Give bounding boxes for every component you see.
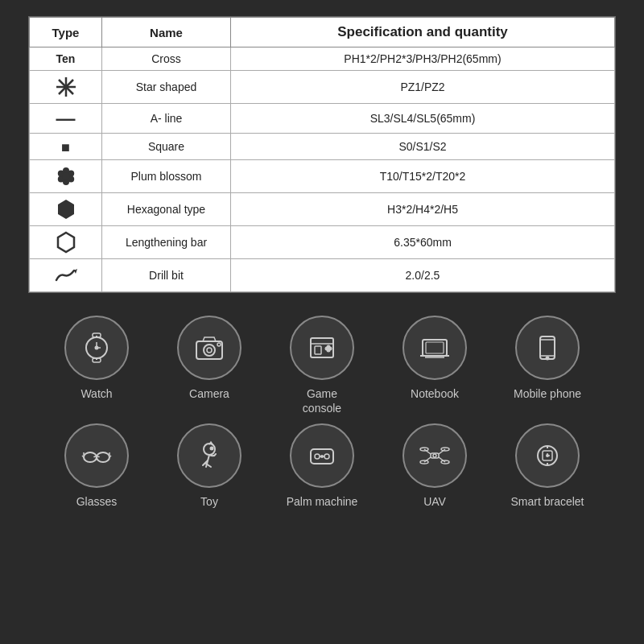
watch-icon: [79, 330, 114, 365]
type-cell: [30, 160, 102, 193]
game-console-label: Game console: [303, 386, 341, 415]
type-cell: [30, 193, 102, 226]
svg-marker-12: [58, 200, 74, 219]
icon-item-watch: Watch: [48, 316, 145, 415]
svg-rect-19: [93, 358, 101, 362]
spec-cell: H3*2/H4*2/H5: [231, 193, 615, 226]
table-row: Plum blossom T10/T15*2/T20*2: [30, 160, 615, 193]
svg-point-4: [64, 85, 68, 89]
icon-circle-glasses: [64, 423, 129, 488]
table-row: Hexagonal type H3*2/H4*2/H5: [30, 193, 615, 226]
spec-cell: 2.0/2.5: [231, 259, 615, 292]
svg-point-50: [315, 454, 320, 459]
name-cell: Cross: [102, 47, 231, 71]
glasses-icon: [79, 438, 114, 473]
table-row: Ten Cross PH1*2/PH2*3/PH3/PH2(65mm): [30, 47, 615, 71]
type-cell: Ten: [30, 47, 102, 71]
icon-item-notebook: Notebook: [386, 316, 483, 415]
icon-item-uav: UAV: [386, 423, 483, 509]
spec-cell: SL3/SL4/SL5(65mm): [231, 104, 615, 134]
spec-cell: S0/S1/S2: [231, 134, 615, 160]
icons-section: Watch Camera: [28, 316, 616, 510]
name-cell: Star shaped: [102, 71, 231, 104]
glasses-label: Glasses: [76, 494, 118, 509]
svg-point-48: [211, 448, 213, 450]
notebook-label: Notebook: [411, 386, 459, 401]
icon-circle-smart-bracelet: [515, 423, 580, 488]
icon-circle-uav: [402, 423, 467, 488]
camera-icon: [192, 330, 227, 365]
svg-point-51: [324, 454, 329, 459]
icon-item-palm-machine: Palm machine: [274, 423, 370, 509]
palm-machine-label: Palm machine: [287, 494, 358, 509]
spec-cell: T10/T15*2/T20*2: [231, 160, 615, 193]
svg-marker-13: [58, 233, 74, 252]
type-cell: [30, 71, 102, 104]
svg-point-22: [96, 347, 98, 349]
icons-row-1: Watch Camera: [28, 316, 616, 415]
name-cell: Square: [102, 134, 231, 160]
col-spec: Specification and quantity: [231, 18, 615, 47]
type-cell: [30, 226, 102, 259]
col-name: Name: [102, 18, 231, 47]
icon-item-camera: Camera: [161, 316, 258, 415]
smart-bracelet-icon: [530, 438, 565, 473]
svg-point-70: [547, 455, 548, 456]
svg-rect-18: [93, 333, 101, 337]
icon-circle-notebook: [402, 316, 467, 380]
table-row: Lengthening bar 6.35*60mm: [30, 226, 615, 259]
icon-item-glasses: Glasses: [48, 423, 145, 509]
icons-row-2: Glasses: [28, 423, 616, 509]
icon-circle-watch: [64, 316, 129, 380]
mobile-phone-icon: [530, 330, 565, 365]
icon-item-toy: Toy: [161, 423, 258, 509]
icon-item-game-console: Game console: [274, 316, 370, 415]
svg-point-32: [328, 346, 330, 349]
game-console-icon: [304, 330, 340, 365]
svg-point-33: [328, 349, 330, 352]
icon-item-mobile-phone: Mobile phone: [499, 316, 596, 415]
toy-label: Toy: [200, 494, 218, 509]
type-cell: ■: [30, 134, 102, 160]
icon-circle-mobile-phone: [515, 316, 580, 380]
col-type: Type: [30, 18, 102, 47]
type-cell: —: [30, 104, 102, 134]
svg-point-63: [433, 454, 436, 457]
svg-rect-37: [426, 342, 444, 353]
name-cell: Hexagonal type: [102, 193, 231, 226]
name-cell: Drill bit: [102, 259, 231, 292]
svg-point-26: [217, 343, 221, 346]
watch-label: Watch: [80, 386, 112, 401]
spec-table: Type Name Specification and quantity Ten…: [29, 17, 615, 292]
table-row: Drill bit 2.0/2.5: [30, 259, 615, 292]
svg-rect-29: [315, 346, 321, 354]
camera-label: Camera: [189, 386, 229, 401]
spec-cell: 6.35*60mm: [231, 226, 615, 259]
palm-machine-icon: [304, 438, 340, 473]
spec-cell: PH1*2/PH2*3/PH3/PH2(65mm): [231, 47, 615, 71]
icon-circle-game-console: [290, 316, 354, 380]
table-row: Star shaped PZ1/PZ2: [30, 71, 615, 104]
spec-cell: PZ1/PZ2: [231, 71, 615, 104]
main-container: Type Name Specification and quantity Ten…: [0, 0, 644, 644]
svg-point-11: [62, 172, 70, 180]
svg-marker-14: [74, 269, 77, 274]
name-cell: Lengthening bar: [102, 226, 231, 259]
table-row: ■ Square S0/S1/S2: [30, 134, 615, 160]
toy-icon: [192, 438, 227, 473]
type-cell: [30, 259, 102, 292]
icon-circle-palm-machine: [290, 423, 354, 488]
notebook-icon: [417, 330, 452, 365]
name-cell: A- line: [102, 104, 231, 134]
icon-item-smart-bracelet: Smart bracelet: [499, 423, 596, 509]
svg-point-25: [207, 348, 212, 353]
table-row: — A- line SL3/SL4/SL5(65mm): [30, 104, 615, 134]
smart-bracelet-label: Smart bracelet: [510, 494, 584, 509]
svg-point-41: [547, 357, 549, 360]
icon-circle-toy: [177, 423, 242, 488]
spec-table-wrapper: Type Name Specification and quantity Ten…: [28, 16, 616, 293]
uav-label: UAV: [423, 494, 446, 509]
icon-circle-camera: [177, 316, 242, 380]
svg-point-24: [204, 345, 215, 356]
name-cell: Plum blossom: [102, 160, 231, 193]
